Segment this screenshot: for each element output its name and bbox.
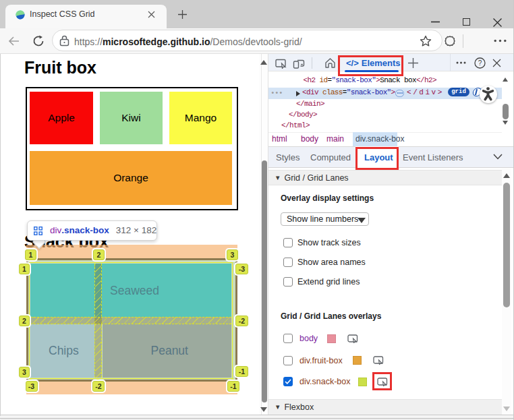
svg-text:?: ? xyxy=(478,59,482,67)
